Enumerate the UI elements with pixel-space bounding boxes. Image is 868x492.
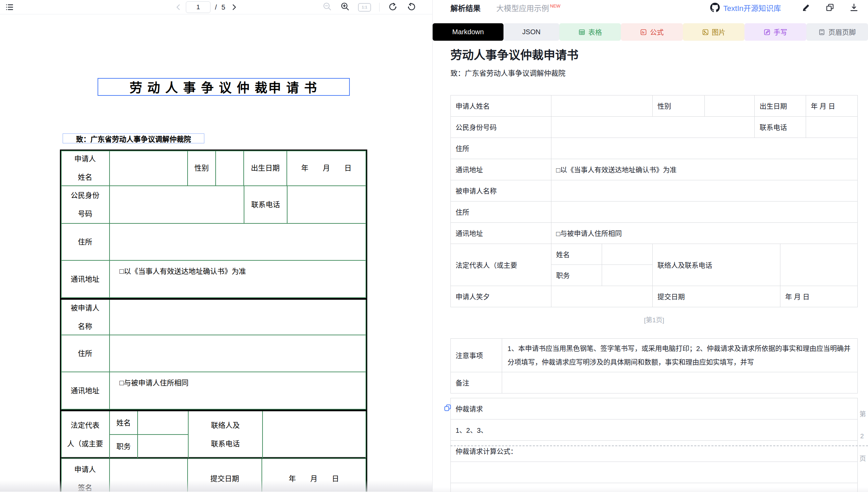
form-row-postal: 通讯地址 □以《当事人有效送达地址确认书》为准: [61, 261, 366, 298]
form-cell: [138, 435, 189, 458]
format-tabbar: Markdown JSON 表格 fx 公式: [433, 23, 868, 41]
rotate-right-icon[interactable]: [406, 1, 417, 13]
toc-icon[interactable]: [5, 3, 14, 12]
table-row: 申请人笑夕 提交日期 年 月 日: [451, 286, 858, 307]
table-cell: 通讯地址: [451, 223, 551, 244]
table-cell: 年 月 日: [806, 95, 857, 117]
detected-addressee-box[interactable]: 致：广东省劳动人事争议调解仲裁院: [63, 133, 204, 143]
table-row: 1、2、3、: [451, 419, 858, 441]
table-cell: [551, 117, 754, 138]
svg-text:fx: fx: [642, 31, 645, 34]
table-cell: [551, 95, 652, 117]
rotate-left-icon[interactable]: [388, 1, 398, 13]
table-cell: 1、本申请书应当用黑色钢笔、签字笔书写，或采用电脑打印；2、仲裁请求及请求所依据…: [502, 339, 857, 372]
table-cell: [502, 372, 857, 393]
table-cell: [602, 265, 652, 286]
md-request-table: 仲裁请求 1、2、3、 仲裁请求计算公式：: [450, 398, 858, 492]
form-cell: [110, 151, 188, 186]
table-cell: [551, 286, 652, 307]
table-cell: 申请人笑夕: [451, 286, 551, 307]
prev-page-icon[interactable]: [175, 4, 181, 10]
form-label: 通讯地址: [61, 372, 110, 410]
tab-formula[interactable]: fx 公式: [621, 23, 682, 41]
table-cell: 联系电话: [755, 117, 806, 138]
table-cell: 仲裁请求计算公式：: [451, 441, 858, 462]
tab-table[interactable]: 表格: [559, 23, 621, 41]
form-label: 通讯地址: [61, 261, 110, 298]
copy-table-icon[interactable]: [444, 404, 452, 413]
pdf-viewer-panel: 1 / 5 1:1: [0, 0, 432, 492]
form-cell: [110, 186, 244, 224]
table-cell: 法定代表人（或主要: [451, 244, 551, 286]
table-cell: 仲裁请求: [451, 398, 858, 419]
table-cell: 被申请人名称: [451, 180, 551, 202]
form-cell: [216, 151, 244, 186]
image-icon: [702, 29, 709, 36]
form-cell: [288, 186, 366, 224]
header-footer-icon: [818, 29, 825, 36]
edit-icon[interactable]: [802, 3, 810, 12]
form-label: 住所: [61, 224, 110, 261]
table-cell: [551, 180, 857, 202]
tab-handwriting[interactable]: 手写: [744, 23, 806, 41]
download-icon[interactable]: [850, 3, 858, 12]
result-header: 解析结果 大模型应用示例NEW TextIn开源知识库: [433, 0, 868, 23]
tab-json[interactable]: JSON: [503, 23, 559, 41]
form-row-legal-rep: 法定代表 人（或主要 姓名 联络人及 联系电话 职务: [61, 410, 366, 457]
viewer-toolbar: 1 / 5 1:1: [0, 0, 432, 14]
new-badge: NEW: [550, 3, 560, 9]
table-cell: [806, 117, 857, 138]
form-cell: [110, 300, 366, 335]
table-cell: 职务: [551, 265, 602, 286]
page-number-input[interactable]: 1: [186, 1, 210, 13]
page1-marker: [第1页]: [450, 315, 858, 324]
table-cell: [602, 244, 652, 265]
table-row: [451, 462, 858, 483]
table-cell: [780, 244, 858, 286]
zoom-controls: 1:1: [322, 1, 417, 13]
form-label: 法定代表 人（或主要: [61, 411, 110, 458]
tab-image[interactable]: 图片: [683, 23, 744, 41]
form-row-postal2: 通讯地址 □与被申请人住所相同: [61, 372, 366, 410]
next-page-icon[interactable]: [231, 4, 237, 10]
form-cell: 年 月 日: [287, 151, 366, 186]
tab-llm-demo[interactable]: 大模型应用示例NEW: [496, 2, 560, 13]
table-row: 注意事项 1、本申请书应当用黑色钢笔、签字笔书写，或采用电脑打印；2、仲裁请求及…: [451, 339, 858, 372]
actual-size-icon[interactable]: 1:1: [358, 3, 371, 12]
form-cell: 年 月 日: [262, 459, 366, 492]
handwriting-icon: [764, 29, 770, 36]
table-cell: 备注: [451, 372, 502, 393]
table-cell: 性别: [652, 95, 704, 117]
table-cell: 通讯地址: [451, 159, 551, 180]
detected-title-box[interactable]: 劳 动 人 事 争 议 仲 裁申 请 书: [98, 78, 350, 96]
form-label: 性别: [188, 151, 216, 186]
table-row: 通讯地址 □与被申请人住所相同: [451, 223, 858, 244]
tab-header-footer[interactable]: 页眉页脚: [806, 23, 868, 41]
table-cell: □与被申请人住所相同: [551, 223, 857, 244]
tab-markdown[interactable]: Markdown: [433, 23, 503, 41]
form-row-respondent: 被申请人 名称: [61, 298, 366, 335]
zoom-out-icon[interactable]: [322, 2, 332, 13]
table-cell: [551, 138, 857, 159]
zoom-in-icon[interactable]: [340, 2, 350, 13]
form-label: 出生日期: [244, 151, 287, 186]
table-cell: □以《当事人有效送达地址确认书》为准: [551, 159, 857, 180]
table-cell: [451, 462, 858, 483]
md-form-table: 申请人姓名 性别 出生日期 年 月 日 公民身份号码 联系电话 住所: [450, 95, 858, 307]
copy-icon[interactable]: [826, 3, 834, 12]
formula-icon: fx: [640, 29, 647, 36]
table-cell: 注意事项: [451, 339, 502, 372]
github-repo-link[interactable]: TextIn开源知识库: [710, 2, 781, 13]
form-row-id: 公民身份 号码 联系电话: [61, 186, 366, 224]
form-label: 公民身份 号码: [61, 186, 110, 224]
form-label: 住所: [61, 335, 110, 372]
tab-parse-result[interactable]: 解析结果: [450, 2, 481, 13]
md-notes-table: 注意事项 1、本申请书应当用黑色钢笔、签字笔书写，或采用电脑打印；2、仲裁请求及…: [450, 338, 858, 393]
table-cell: 联络人及联系电话: [652, 244, 780, 286]
table-cell: 住所: [451, 202, 551, 223]
table-row: 住所: [451, 202, 858, 223]
table-row: 申请人姓名 性别 出生日期 年 月 日: [451, 95, 858, 117]
table-row: 备注: [451, 372, 858, 393]
form-label: 联络人及 联系电话: [189, 411, 263, 458]
header-actions: TextIn开源知识库: [710, 2, 858, 13]
